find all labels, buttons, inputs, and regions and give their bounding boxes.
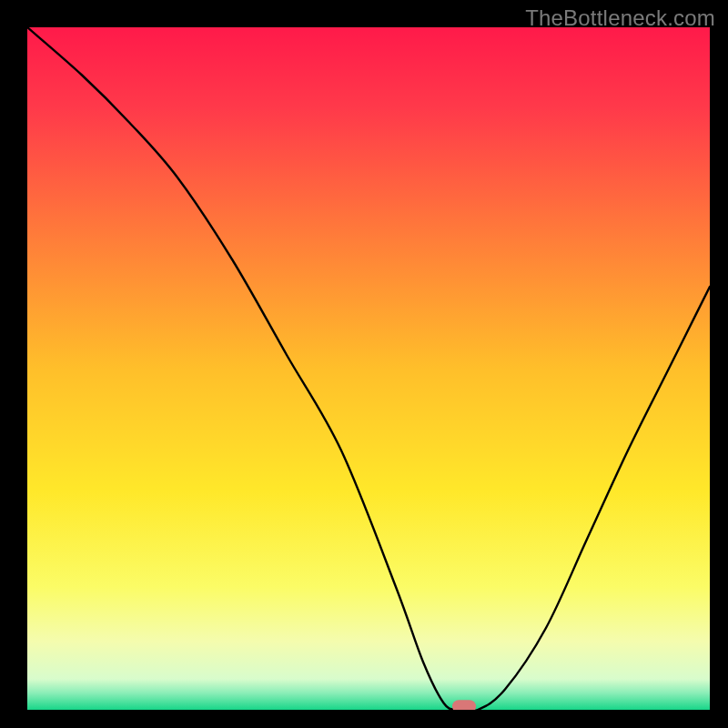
gradient-background [27, 27, 710, 710]
chart-container: TheBottleneck.com [0, 0, 728, 728]
optimal-marker [452, 700, 476, 710]
plot-area [27, 27, 710, 710]
chart-svg [27, 27, 710, 710]
